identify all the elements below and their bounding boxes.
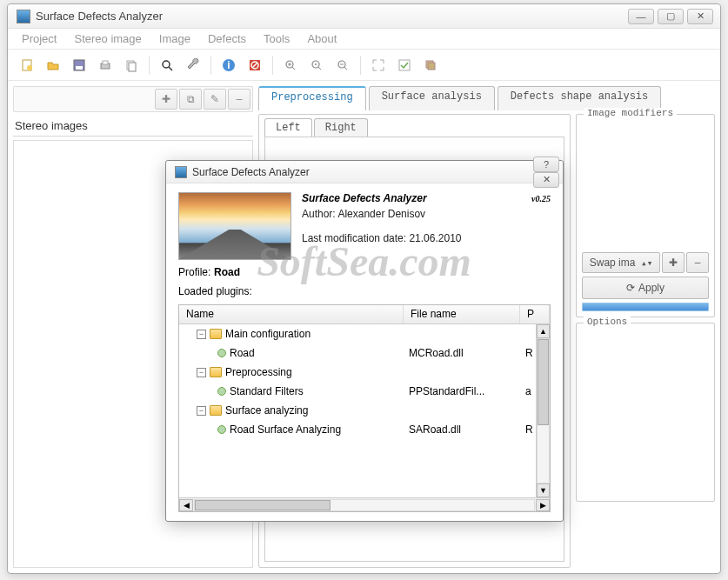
vertical-scrollbar[interactable]: ▲ ▼	[536, 324, 550, 497]
scroll-thumb[interactable]	[538, 339, 549, 425]
tree-leaf-row[interactable]: RoadMCRoad.dllR	[179, 343, 550, 363]
stereo-images-label: Stereo images	[13, 116, 253, 137]
scroll-down-icon[interactable]: ▼	[537, 483, 550, 497]
col-file[interactable]: File name	[404, 305, 520, 323]
duplicate-icon[interactable]: ⧉	[179, 89, 202, 110]
remove-icon[interactable]: –	[228, 89, 250, 110]
moddate-label: Last modification date:	[302, 232, 406, 244]
tab-preprocessing[interactable]: Preprocessing	[258, 86, 366, 110]
copy-icon[interactable]	[119, 53, 144, 77]
add-icon[interactable]: ✚	[155, 89, 177, 110]
print-icon[interactable]	[93, 53, 117, 77]
menu-stereo-image[interactable]: Stereo image	[67, 30, 148, 47]
tab-surface-analysis[interactable]: Surface analysis	[369, 86, 495, 110]
modifier-remove-icon[interactable]: –	[686, 252, 709, 273]
tree-leaf-row[interactable]: Standard FiltersPPStandardFil...a	[179, 382, 550, 401]
col-name[interactable]: Name	[179, 305, 404, 323]
zoom-reset-icon[interactable]	[304, 53, 329, 77]
tab-left[interactable]: Left	[264, 118, 312, 137]
plugin-name: Road	[230, 347, 255, 359]
close-button[interactable]: ✕	[687, 9, 713, 24]
modifiers-list[interactable]	[582, 122, 709, 252]
spacer	[302, 223, 551, 229]
check-box-icon[interactable]	[392, 53, 417, 77]
plugin-icon	[217, 425, 226, 434]
scroll-right-icon[interactable]: ▶	[536, 499, 550, 511]
app-name-label: Surface Defects Analyzer v0.25	[302, 192, 551, 204]
app-icon	[175, 166, 187, 178]
svg-rect-3	[76, 66, 83, 70]
plugin-icon	[217, 349, 226, 357]
layers-icon[interactable]	[418, 53, 443, 77]
app-icon	[17, 10, 30, 23]
folder-icon	[210, 329, 222, 339]
author-value: Alexander Denisov	[337, 208, 425, 220]
author-line: Author: Alexander Denisov	[302, 208, 551, 220]
cell-name: − Main configuration	[179, 328, 404, 340]
folder-icon	[210, 367, 222, 377]
menu-image[interactable]: Image	[152, 30, 197, 47]
maximize-button[interactable]: ▢	[658, 9, 684, 24]
magnifier-icon[interactable]	[155, 53, 179, 77]
tree-leaf-row[interactable]: Road Surface AnalyzingSARoad.dllR	[179, 420, 550, 439]
tree-group-row[interactable]: − Surface analyzing	[179, 401, 550, 420]
dialog-title: Surface Defects Analyzer	[192, 166, 533, 178]
scroll-track[interactable]	[194, 499, 535, 511]
expand-icon[interactable]	[366, 53, 391, 77]
cell-file: PPStandardFil...	[404, 385, 520, 397]
toolbar-separator	[149, 56, 150, 75]
scroll-left-icon[interactable]: ◀	[179, 499, 193, 511]
menu-project[interactable]: Project	[15, 30, 63, 47]
apply-label: Apply	[638, 282, 665, 294]
tree-group-row[interactable]: − Main configuration	[179, 324, 550, 343]
svg-rect-7	[129, 63, 136, 71]
author-label: Author:	[302, 208, 336, 220]
new-file-icon[interactable]	[15, 53, 39, 77]
menu-tools[interactable]: Tools	[257, 30, 297, 47]
stop-icon[interactable]	[243, 53, 267, 77]
swap-images-button[interactable]: Swap ima ▴▾	[582, 252, 660, 273]
tree-toggle-icon[interactable]: −	[197, 330, 206, 339]
col-p[interactable]: P	[520, 305, 550, 323]
tree-toggle-icon[interactable]: −	[197, 406, 206, 416]
plugin-name: Standard Filters	[230, 385, 304, 397]
minimize-button[interactable]: —	[628, 9, 654, 24]
tab-right[interactable]: Right	[314, 118, 368, 137]
svg-line-9	[169, 67, 172, 70]
tree-toggle-icon[interactable]: −	[197, 368, 206, 377]
info-icon[interactable]: i	[217, 53, 241, 77]
tree-group-row[interactable]: − Preprocessing	[179, 363, 550, 382]
svg-rect-25	[399, 60, 410, 70]
side-column: Image modifiers Swap ima ▴▾ ✚ – ⟳ Apply	[576, 114, 715, 568]
save-icon[interactable]	[67, 53, 91, 77]
toolbar-separator	[272, 56, 273, 75]
menu-defects[interactable]: Defects	[201, 30, 253, 47]
modifier-add-icon[interactable]: ✚	[662, 252, 685, 273]
menu-about[interactable]: About	[300, 30, 344, 47]
help-button[interactable]: ?	[533, 157, 559, 172]
road-image	[178, 192, 291, 260]
horizontal-scrollbar[interactable]: ◀ ▶	[179, 497, 550, 511]
zoom-out-icon[interactable]	[331, 53, 355, 77]
open-folder-icon[interactable]	[41, 53, 65, 77]
moddate-value: 21.06.2010	[409, 232, 461, 244]
zoom-in-icon[interactable]	[278, 53, 303, 77]
tab-defects-shape[interactable]: Defects shape analysis	[498, 86, 661, 110]
scroll-up-icon[interactable]: ▲	[537, 324, 550, 338]
apply-button[interactable]: ⟳ Apply	[582, 277, 709, 299]
table-body: − Main configuration RoadMCRoad.dllR− Pr…	[179, 324, 550, 497]
svg-rect-5	[103, 61, 108, 64]
svg-point-1	[27, 65, 32, 70]
svg-point-21	[315, 63, 317, 65]
scroll-thumb[interactable]	[195, 500, 331, 510]
window-controls: — ▢ ✕	[628, 9, 713, 24]
cell-file: SARoad.dll	[404, 423, 520, 436]
group-name: Surface analyzing	[225, 404, 308, 417]
group-name: Main configuration	[225, 328, 311, 340]
svg-line-20	[318, 67, 321, 70]
edit-icon[interactable]: ✎	[204, 89, 226, 110]
scroll-track[interactable]	[537, 338, 550, 483]
svg-text:i: i	[227, 59, 230, 71]
wrench-icon[interactable]	[181, 53, 205, 77]
swap-row: Swap ima ▴▾ ✚ –	[582, 252, 709, 273]
